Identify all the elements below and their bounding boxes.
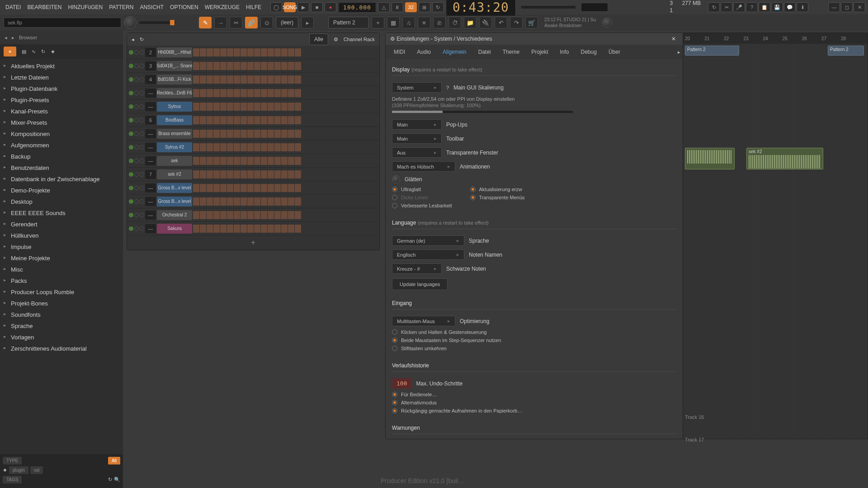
tabs-overflow-icon[interactable]: ▸ bbox=[678, 49, 680, 55]
channel-button[interactable]: Bd016B...Fi Kick bbox=[157, 75, 192, 84]
piano-roll-icon[interactable]: ♫ bbox=[402, 17, 415, 28]
channel-route[interactable]: — bbox=[145, 211, 156, 220]
browser-item[interactable]: Kompositionen bbox=[0, 128, 123, 140]
channel-route[interactable]: — bbox=[145, 197, 156, 206]
step-cell[interactable] bbox=[207, 75, 213, 84]
step-cell[interactable] bbox=[281, 211, 288, 219]
step-cell[interactable] bbox=[241, 170, 247, 178]
menu-tools[interactable]: WERKZEUGE bbox=[202, 2, 242, 12]
step-cell[interactable] bbox=[241, 62, 247, 70]
channel-mute-led[interactable] bbox=[129, 199, 133, 204]
step-cell[interactable] bbox=[261, 75, 267, 84]
step-cell[interactable] bbox=[220, 62, 226, 70]
channel-button[interactable]: Gross B...x level bbox=[157, 197, 192, 206]
step-sequence[interactable] bbox=[193, 62, 377, 70]
browser-item[interactable]: Hüllkurven bbox=[0, 230, 123, 241]
settings-tab[interactable]: Projekt bbox=[526, 46, 553, 58]
step-cell[interactable] bbox=[268, 130, 274, 138]
step-cell[interactable] bbox=[295, 103, 301, 111]
channel-route[interactable]: 7 bbox=[145, 170, 156, 179]
step-cell[interactable] bbox=[254, 116, 260, 124]
step-cell[interactable] bbox=[220, 225, 226, 233]
step-cell[interactable] bbox=[234, 75, 240, 84]
step-sequence[interactable] bbox=[193, 211, 377, 219]
step-cell[interactable] bbox=[295, 225, 301, 233]
controls-radio[interactable] bbox=[392, 392, 397, 397]
channel-button[interactable]: Gross B...x level bbox=[157, 183, 192, 193]
invertpen-radio[interactable] bbox=[392, 346, 397, 351]
channel-vol-knob[interactable] bbox=[140, 104, 144, 109]
browser-item[interactable]: Projekt-Bones bbox=[0, 298, 123, 309]
menu-edit[interactable]: BEARBEITEN bbox=[24, 2, 64, 12]
step-cell[interactable] bbox=[247, 157, 254, 165]
stamp-tool-icon[interactable]: ⊙ bbox=[260, 17, 273, 28]
step-cell[interactable] bbox=[268, 103, 274, 111]
channel-button[interactable]: Hh006B_...Hihat bbox=[157, 47, 192, 57]
step-cell[interactable] bbox=[200, 197, 206, 206]
browser-item[interactable]: Plugin-Datenbank bbox=[0, 83, 123, 94]
wait-icon[interactable]: ⏸ bbox=[392, 2, 403, 12]
notenames-select[interactable]: Englisch bbox=[392, 249, 464, 260]
step-sequence[interactable] bbox=[193, 225, 377, 233]
channel-mute-led[interactable] bbox=[129, 77, 133, 82]
step-cell[interactable] bbox=[261, 103, 267, 111]
step-cell[interactable] bbox=[241, 103, 247, 111]
step-cell[interactable] bbox=[234, 184, 240, 192]
step-cell[interactable] bbox=[254, 211, 260, 219]
step-cell[interactable] bbox=[281, 197, 288, 206]
channel-mute-led[interactable] bbox=[129, 104, 133, 109]
step-cell[interactable] bbox=[247, 211, 254, 219]
step-cell[interactable] bbox=[227, 89, 233, 97]
step-cell[interactable] bbox=[268, 211, 274, 219]
channel-pan-knob[interactable] bbox=[134, 226, 139, 231]
step-cell[interactable] bbox=[207, 157, 213, 165]
step-cell[interactable] bbox=[268, 184, 274, 192]
channel-vol-knob[interactable] bbox=[140, 50, 144, 55]
news-icon[interactable]: 📋 bbox=[759, 2, 770, 12]
mixer-icon[interactable]: ⎚ bbox=[433, 17, 446, 28]
scale-slider[interactable] bbox=[392, 111, 573, 113]
pattern-clip-2[interactable]: Pattern 2 bbox=[828, 46, 864, 56]
browser-item[interactable]: Mixer-Presets bbox=[0, 117, 123, 128]
legibility-radio[interactable] bbox=[392, 203, 397, 208]
step-cell[interactable] bbox=[261, 62, 267, 70]
master-volume-knob[interactable] bbox=[124, 16, 137, 29]
clickhold-radio[interactable] bbox=[392, 329, 397, 335]
step-cell[interactable] bbox=[254, 103, 260, 111]
step-cell[interactable] bbox=[193, 62, 199, 70]
step-cell[interactable] bbox=[261, 225, 267, 233]
step-cell[interactable] bbox=[207, 62, 213, 70]
tempo-tap-icon[interactable]: ⏱ bbox=[448, 17, 461, 28]
step-cell[interactable] bbox=[213, 197, 220, 206]
step-cell[interactable] bbox=[281, 89, 288, 97]
popups-select[interactable]: Main bbox=[392, 119, 442, 130]
smooth-knob[interactable] bbox=[392, 175, 400, 183]
channel-vol-knob[interactable] bbox=[140, 77, 144, 82]
step-cell[interactable] bbox=[288, 184, 294, 192]
step-cell[interactable] bbox=[268, 89, 274, 97]
channel-vol-knob[interactable] bbox=[140, 91, 144, 95]
step-cell[interactable] bbox=[227, 48, 233, 56]
step-cell[interactable] bbox=[234, 48, 240, 56]
step-cell[interactable] bbox=[274, 75, 281, 84]
channel-mute-led[interactable] bbox=[129, 50, 133, 55]
link-tool-icon[interactable]: 🔗 bbox=[245, 17, 258, 28]
step-cell[interactable] bbox=[213, 103, 220, 111]
redo-icon[interactable]: ↷ bbox=[510, 17, 523, 28]
browser-item[interactable]: EEEE EEEE Sounds bbox=[0, 207, 123, 219]
step-cell[interactable] bbox=[200, 225, 206, 233]
save-icon[interactable]: 💾 bbox=[771, 2, 783, 12]
step-cell[interactable] bbox=[193, 75, 199, 84]
step-cell[interactable] bbox=[234, 170, 240, 178]
channel-route[interactable]: 6 bbox=[145, 116, 156, 125]
channel-pan-knob[interactable] bbox=[134, 186, 139, 190]
settings-tab[interactable]: Audio bbox=[411, 46, 436, 58]
step-cell[interactable] bbox=[227, 103, 233, 111]
step-cell[interactable] bbox=[254, 48, 260, 56]
step-cell[interactable] bbox=[193, 184, 199, 192]
step-cell[interactable] bbox=[274, 103, 281, 111]
step-cell[interactable] bbox=[241, 116, 247, 124]
channel-pan-knob[interactable] bbox=[134, 50, 139, 55]
step-cell[interactable] bbox=[268, 225, 274, 233]
step-cell[interactable] bbox=[200, 130, 206, 138]
